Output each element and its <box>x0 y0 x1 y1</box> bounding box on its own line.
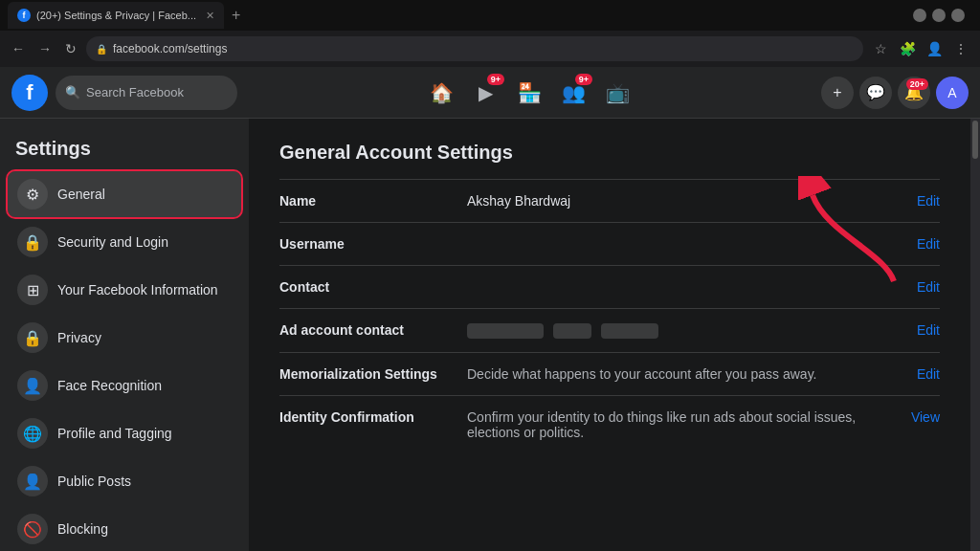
blurred-field-3 <box>601 323 658 339</box>
block-icon: 🚫 <box>17 514 48 544</box>
nav-watch-btn[interactable]: ▶ 9+ <box>464 72 506 114</box>
username-edit-btn[interactable]: Edit <box>917 236 940 252</box>
tab-favicon: f <box>17 9 31 22</box>
fb-sidebar: Settings ⚙ General 🔒 Security and Login … <box>0 119 249 551</box>
memorial-edit-btn[interactable]: Edit <box>917 366 940 382</box>
fb-main: Settings ⚙ General 🔒 Security and Login … <box>0 119 980 551</box>
maximize-btn[interactable]: □ <box>932 9 946 22</box>
identity-view-btn[interactable]: View <box>911 409 940 425</box>
sidebar-label-general: General <box>57 187 105 202</box>
sidebar-label-fb-info: Your Facebook Information <box>57 282 218 298</box>
settings-row-ad-contact: Ad account contact Edit <box>279 308 940 352</box>
browser-chrome: f (20+) Settings & Privacy | Faceb... ✕ … <box>0 0 980 67</box>
forward-btn[interactable]: → <box>34 39 56 58</box>
sidebar-label-security: Security and Login <box>57 234 168 250</box>
page-title: General Account Settings <box>279 142 940 164</box>
profile-icon: 🌐 <box>17 418 48 449</box>
sidebar-label-public: Public Posts <box>57 474 131 489</box>
extensions-btn[interactable]: 🧩 <box>896 37 919 60</box>
sidebar-item-face-recognition[interactable]: 👤 Face Recognition <box>8 363 241 408</box>
nav-home-btn[interactable]: 🏠 <box>420 72 462 114</box>
sidebar-label-profile: Profile and Tagging <box>57 426 172 441</box>
messenger-icon: 💬 <box>866 83 885 101</box>
add-btn[interactable]: + <box>821 77 854 109</box>
blurred-field-2 <box>553 323 591 339</box>
settings-row-contact: Contact Edit <box>279 265 940 308</box>
blurred-field-1 <box>467 323 544 339</box>
memorial-value: Decide what happens to your account afte… <box>467 366 902 382</box>
fb-content: General Account Settings Name Akshay Bha… <box>249 119 970 551</box>
back-btn[interactable]: ← <box>8 39 29 58</box>
notif-badge: 20+ <box>906 78 928 90</box>
sidebar-label-face: Face Recognition <box>57 378 162 393</box>
sidebar-item-fb-info[interactable]: ⊞ Your Facebook Information <box>8 267 241 313</box>
nav-groups-btn[interactable]: 👥 9+ <box>552 72 594 114</box>
settings-row-memorial: Memorialization Settings Decide what hap… <box>279 352 940 395</box>
new-tab-btn[interactable]: + <box>232 7 240 24</box>
sidebar-label-blocking: Blocking <box>57 521 108 537</box>
settings-row-name: Name Akshay Bhardwaj Edit <box>279 179 940 222</box>
privacy-icon: 🔒 <box>17 322 48 353</box>
sidebar-item-general[interactable]: ⚙ General <box>8 171 241 217</box>
nav-gaming-btn[interactable]: 📺 <box>596 72 638 114</box>
fb-logo[interactable]: f <box>11 75 48 111</box>
sidebar-title: Settings <box>8 130 241 171</box>
minimize-btn[interactable]: — <box>913 9 926 22</box>
name-label: Name <box>279 193 452 209</box>
fb-right-actions: + 💬 🔔 20+ A <box>821 77 969 109</box>
messenger-btn[interactable]: 💬 <box>859 77 892 109</box>
memorial-label: Memorialization Settings <box>279 366 452 382</box>
scrollbar-track[interactable] <box>970 119 980 551</box>
tab-bar: f (20+) Settings & Privacy | Faceb... ✕ … <box>0 0 980 31</box>
search-icon: 🔍 <box>65 85 80 99</box>
plus-icon: + <box>833 84 841 101</box>
search-placeholder: Search Facebook <box>86 85 184 99</box>
profile-switcher[interactable]: 👤 <box>923 37 946 60</box>
nav-marketplace-btn[interactable]: 🏪 <box>508 72 550 114</box>
scrollbar-thumb[interactable] <box>972 121 978 159</box>
ad-contact-label: Ad account contact <box>279 322 452 338</box>
browser-tab[interactable]: f (20+) Settings & Privacy | Faceb... ✕ <box>8 2 224 29</box>
sidebar-item-profile-tagging[interactable]: 🌐 Profile and Tagging <box>8 410 241 456</box>
name-value: Akshay Bhardwaj <box>467 193 902 209</box>
name-edit-btn[interactable]: Edit <box>917 193 940 209</box>
tab-label: (20+) Settings & Privacy | Faceb... <box>36 10 196 21</box>
ad-contact-edit-btn[interactable]: Edit <box>917 322 940 338</box>
lock-icon: 🔒 <box>17 227 48 257</box>
watch-badge: 9+ <box>487 74 504 85</box>
face-icon: 👤 <box>17 370 48 401</box>
tab-close-btn[interactable]: ✕ <box>206 10 214 22</box>
sidebar-label-privacy: Privacy <box>57 330 101 345</box>
username-label: Username <box>279 236 452 252</box>
refresh-btn[interactable]: ↻ <box>61 39 80 58</box>
menu-btn[interactable]: ⋮ <box>949 37 972 60</box>
public-icon: 👤 <box>17 466 48 496</box>
notifications-btn[interactable]: 🔔 20+ <box>898 77 930 109</box>
fb-topnav: f 🔍 Search Facebook 🏠 ▶ 9+ 🏪 👥 9+ 📺 + 💬 <box>0 67 980 119</box>
settings-row-username: Username Edit <box>279 222 940 265</box>
identity-label: Identity Confirmation <box>279 409 452 425</box>
contact-label: Contact <box>279 279 452 295</box>
close-btn[interactable]: ✕ <box>951 9 965 22</box>
ad-contact-value <box>467 322 902 339</box>
search-box[interactable]: 🔍 Search Facebook <box>56 76 237 110</box>
settings-row-identity: Identity Confirmation Confirm your ident… <box>279 395 940 453</box>
address-bar[interactable]: 🔒 facebook.com/settings <box>86 36 863 61</box>
browser-actions: ☆ 🧩 👤 ⋮ <box>869 37 972 60</box>
contact-edit-btn[interactable]: Edit <box>917 279 940 295</box>
window-controls: — □ ✕ <box>913 9 965 22</box>
gear-icon: ⚙ <box>17 179 48 209</box>
bookmark-btn[interactable]: ☆ <box>869 37 892 60</box>
fb-nav-icons: 🏠 ▶ 9+ 🏪 👥 9+ 📺 <box>420 72 638 114</box>
account-menu-btn[interactable]: A <box>936 77 969 109</box>
sidebar-item-privacy[interactable]: 🔒 Privacy <box>8 315 241 361</box>
identity-value: Confirm your identity to do things like … <box>467 409 896 440</box>
url-text: facebook.com/settings <box>113 42 227 55</box>
sidebar-item-security[interactable]: 🔒 Security and Login <box>8 219 241 265</box>
lock-icon: 🔒 <box>96 44 107 55</box>
grid-icon: ⊞ <box>17 275 48 305</box>
sidebar-item-blocking[interactable]: 🚫 Blocking <box>8 506 241 551</box>
groups-badge: 9+ <box>575 74 592 85</box>
address-bar-row: ← → ↻ 🔒 facebook.com/settings ☆ 🧩 👤 ⋮ <box>0 31 980 67</box>
sidebar-item-public-posts[interactable]: 👤 Public Posts <box>8 458 241 504</box>
